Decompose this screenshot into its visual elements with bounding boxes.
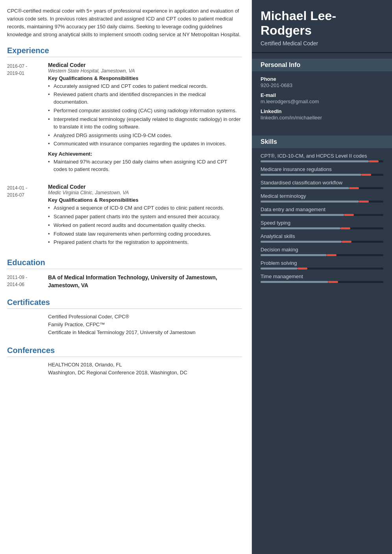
achievement-bullet: Maintained 97% accuracy per 150 daily cl…: [48, 158, 242, 173]
job-company: Western State Hospital, Jamestown, VA: [48, 68, 242, 74]
skill-name: Standardised classification workflow: [261, 180, 383, 186]
skill-bar-accent: [340, 227, 350, 229]
cert-list: Certified Professional Coder, CPC®Family…: [48, 314, 242, 337]
skill-bar-bg: [261, 227, 383, 229]
certificates-title: Certificates: [7, 298, 242, 309]
job-dates: 2016-07 -2019-01: [7, 62, 42, 77]
skill-item-0: CPT®, ICD-10-CM, and HCPCS Level II code…: [261, 153, 383, 162]
page: CPC®-certified medical coder with 5+ yea…: [0, 0, 392, 554]
edu-content: BA of Medical Information Technology, Un…: [48, 274, 242, 289]
skills-list: CPT®, ICD-10-CM, and HCPCS Level II code…: [261, 153, 383, 283]
experience-title: Experience: [7, 46, 242, 57]
skill-bar-bg: [261, 201, 383, 203]
skill-bar-bg: [261, 254, 383, 256]
skill-name: Medicare insurance regulations: [261, 166, 383, 172]
achievement-title: Key Achievement:: [48, 151, 242, 157]
conf-list: HEALTHCON 2018, Orlando, FLWashington, D…: [48, 362, 242, 377]
bullet-item: Interpreted medical terminology (especia…: [48, 116, 242, 131]
conf-item-1: Washington, DC Regional Conference 2018,…: [48, 370, 242, 376]
skill-item-6: Analytical skills: [261, 233, 383, 243]
left-column: CPC®-certified medical coder with 5+ yea…: [0, 0, 252, 554]
skill-item-5: Speed typing: [261, 220, 383, 229]
job-content: Medical Coder Medic Virginia Clinic, Jam…: [48, 184, 242, 249]
bullet-item: Prepared patient charts for the registra…: [48, 239, 242, 246]
skill-item-7: Decision making: [261, 247, 383, 256]
job-header: 2014-01 -2016-07 Medical Coder Medic Vir…: [7, 184, 242, 249]
skill-bar-fill: [261, 281, 328, 283]
skill-bar-fill: [261, 160, 369, 162]
skill-bar-fill: [261, 241, 342, 243]
cert-item-0: Certified Professional Coder, CPC®: [48, 314, 242, 320]
skill-name: Time management: [261, 273, 383, 279]
skill-item-2: Standardised classification workflow: [261, 180, 383, 189]
skill-bar-fill: [261, 227, 340, 229]
skills-title: Skills: [252, 136, 392, 148]
skill-bar-fill: [261, 187, 349, 189]
skill-name: Medical terminology: [261, 193, 383, 199]
conferences-section: Conferences HEALTHCON 2018, Orlando, FLW…: [7, 346, 242, 377]
skill-bar-accent: [328, 281, 338, 283]
bullet-item: Communicated with insurance companies re…: [48, 140, 242, 148]
skill-name: Problem solving: [261, 260, 383, 266]
achievement-list: Maintained 97% accuracy per 150 daily cl…: [48, 158, 242, 173]
email-label: E-mail: [261, 92, 383, 98]
skill-bar-bg: [261, 187, 383, 189]
skill-item-9: Time management: [261, 273, 383, 283]
skill-item-4: Data entry and management: [261, 206, 383, 216]
skill-bar-bg: [261, 174, 383, 176]
education-section: Education 2011-09 -2014-06 BA of Medical…: [7, 258, 242, 289]
skill-name: Decision making: [261, 247, 383, 253]
skill-bar-accent: [342, 241, 351, 243]
certificates-section: Certificates Certified Professional Code…: [7, 298, 242, 337]
job-block-1: 2014-01 -2016-07 Medical Coder Medic Vir…: [7, 184, 242, 249]
bullet-item: Analyzed DRG assignments using ICD-9-CM …: [48, 132, 242, 139]
personal-info-title: Personal Info: [252, 59, 392, 71]
skill-bar-fill: [261, 214, 344, 216]
skill-bar-fill: [261, 254, 327, 256]
skill-bar-accent: [359, 201, 369, 203]
cert-block: Certified Professional Coder, CPC®Family…: [7, 314, 242, 337]
edu-dates: 2011-09 -2014-06: [7, 274, 42, 289]
skill-bar-accent: [327, 254, 337, 256]
bullet-item: Performed computer assisted coding (CAC)…: [48, 107, 242, 115]
bullet-item: Scanned paper patient charts into the sy…: [48, 213, 242, 221]
skill-bar-bg: [261, 281, 383, 283]
bullet-item: Worked on patient record audits and docu…: [48, 222, 242, 229]
skill-bar-bg: [261, 160, 383, 162]
skill-bar-fill: [261, 174, 361, 176]
bullet-item: Accurately assigned ICD and CPT codes to…: [48, 83, 242, 90]
edu-block-0: 2011-09 -2014-06 BA of Medical Informati…: [7, 274, 242, 289]
job-content: Medical Coder Western State Hospital, Ja…: [48, 62, 242, 177]
bullet-item: Assigned a sequence of ICD-9 CM and CPT …: [48, 204, 242, 212]
conferences-title: Conferences: [7, 346, 242, 357]
education-title: Education: [7, 258, 242, 269]
phone-label: Phone: [261, 76, 383, 82]
cert-item-2: Certificate in Medical Terminology 2017,…: [48, 329, 242, 335]
right-column: Michael Lee-Rodgers Certified Medical Co…: [252, 0, 392, 554]
skill-bar-fill: [261, 268, 298, 270]
skill-item-1: Medicare insurance regulations: [261, 166, 383, 176]
job-title: Medical Coder: [48, 184, 242, 190]
skill-bar-fill: [261, 201, 359, 203]
edu-degree: BA of Medical Information Technology, Un…: [48, 274, 242, 289]
bullet-item: Reviewed patient charts and identified d…: [48, 91, 242, 106]
skill-name: Speed typing: [261, 220, 383, 226]
qual-bullets: Accurately assigned ICD and CPT codes to…: [48, 83, 242, 148]
summary-text: CPC®-certified medical coder with 5+ yea…: [7, 7, 242, 39]
job-header: 2016-07 -2019-01 Medical Coder Western S…: [7, 62, 242, 177]
skill-item-8: Problem solving: [261, 260, 383, 270]
skill-name: Data entry and management: [261, 206, 383, 212]
skill-bar-accent: [344, 214, 354, 216]
skill-item-3: Medical terminology: [261, 193, 383, 203]
linkedin-label: LinkedIn: [261, 108, 383, 114]
qual-title: Key Qualifications & Responsibilities: [48, 197, 242, 203]
skill-name: Analytical skills: [261, 233, 383, 239]
email-value: m.leerodgers@gmail.com: [261, 99, 383, 104]
cert-item-1: Family Practice, CFPC™: [48, 322, 242, 327]
skill-bar-bg: [261, 214, 383, 216]
conf-item-0: HEALTHCON 2018, Orlando, FL: [48, 362, 242, 368]
skill-bar-accent: [369, 160, 379, 162]
job-company: Medic Virginia Clinic, Jamestown, VA: [48, 190, 242, 195]
skill-name: CPT®, ICD-10-CM, and HCPCS Level II code…: [261, 153, 383, 159]
candidate-name: Michael Lee-Rodgers: [261, 9, 383, 38]
